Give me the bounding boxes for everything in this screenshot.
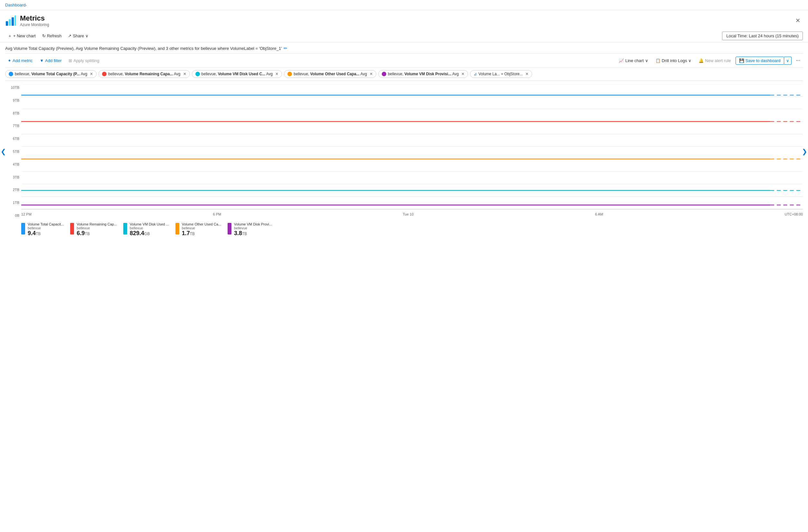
filter-pill: ⊿ Volume La... = ObjStore... ✕ bbox=[470, 70, 532, 78]
pill-3: bellevue, Volume VM Disk Used C... Avg ✕ bbox=[192, 70, 282, 78]
legend-text-2: Volume Remaining Cap... bellevue 6.9TB bbox=[77, 222, 117, 237]
pill-2-text: bellevue, Volume Remaining Capa... Avg bbox=[108, 72, 180, 76]
more-options-button[interactable]: ··· bbox=[793, 56, 803, 65]
y-axis: 10TB 9TB 8TB 7TB 6TB 5TB 4TB 3TB 2TB 1TB… bbox=[5, 84, 21, 219]
pill-1-close[interactable]: ✕ bbox=[89, 72, 93, 76]
pill-3-text: bellevue, Volume VM Disk Used C... Avg bbox=[202, 72, 273, 76]
chart-title-text: Avg Volume Total Capacity (Preview), Avg… bbox=[5, 46, 282, 51]
legend-unit-1: TB bbox=[36, 232, 40, 236]
refresh-label: Refresh bbox=[47, 34, 62, 38]
legend-sub-1: bellevue bbox=[28, 226, 64, 230]
legend-num-5: 3.8 bbox=[234, 230, 242, 236]
x-label-12pm: 12 PM bbox=[21, 212, 32, 216]
pill-5-text: bellevue, Volume VM Disk Provisi... Avg bbox=[388, 72, 459, 76]
new-chart-button[interactable]: ＋ + New chart bbox=[5, 32, 38, 40]
apply-splitting-label: Apply splitting bbox=[73, 58, 99, 63]
alert-icon: 🔔 bbox=[699, 58, 704, 63]
pill-4-close[interactable]: ✕ bbox=[369, 72, 373, 76]
legend-unit-5: TB bbox=[242, 232, 247, 236]
breadcrumb[interactable]: Dashboard bbox=[5, 3, 26, 7]
legend-text-1: Volume Total Capacit... bellevue 9.4TB bbox=[28, 222, 64, 237]
time-range-button[interactable]: Local Time: Last 24 hours (15 minutes) bbox=[722, 32, 803, 40]
share-label: Share bbox=[73, 34, 84, 38]
chart-nav-right-button[interactable]: ❯ bbox=[802, 148, 807, 155]
add-metric-label: Add metric bbox=[13, 58, 33, 63]
filter-pill-close[interactable]: ✕ bbox=[525, 72, 529, 76]
pill-2-close[interactable]: ✕ bbox=[182, 72, 186, 76]
refresh-button[interactable]: ↻ Refresh bbox=[40, 32, 65, 40]
drill-logs-button[interactable]: 📋 Drill into Logs ∨ bbox=[653, 57, 694, 64]
legend-value-4: 1.7TB bbox=[182, 230, 221, 237]
chart-legend: Volume Total Capacit... bellevue 9.4TB V… bbox=[5, 219, 803, 239]
legend-num-3: 829.4 bbox=[130, 230, 144, 236]
y-label-1tb: 1TB bbox=[5, 201, 21, 205]
drill-chevron-icon: ∨ bbox=[688, 58, 692, 63]
y-label-8tb: 8TB bbox=[5, 111, 21, 115]
legend-color-5 bbox=[227, 223, 232, 234]
line-chart-icon: 📈 bbox=[619, 58, 624, 63]
save-dashboard-button[interactable]: 💾 Save to dashboard bbox=[736, 57, 784, 65]
pill-5-close[interactable]: ✕ bbox=[460, 72, 464, 76]
drill-logs-label: Drill into Logs bbox=[662, 58, 687, 63]
legend-num-1: 9.4 bbox=[28, 230, 36, 236]
legend-color-1 bbox=[21, 223, 25, 234]
chart-title: Avg Volume Total Capacity (Preview), Avg… bbox=[5, 42, 803, 54]
new-alert-button[interactable]: 🔔 New alert rule bbox=[696, 57, 733, 64]
add-metric-icon: ✦ bbox=[8, 58, 11, 63]
y-label-3tb: 3TB bbox=[5, 175, 21, 179]
apply-splitting-button[interactable]: ⊞ Apply splitting bbox=[66, 57, 102, 64]
legend-name-2: Volume Remaining Cap... bbox=[77, 222, 117, 226]
x-axis: 12 PM 6 PM Tue 10 6 AM UTC+08:00 bbox=[21, 209, 803, 219]
header-title-group: Metrics Azure Monitoring bbox=[20, 14, 49, 27]
y-label-2tb: 2TB bbox=[5, 188, 21, 192]
plus-icon: ＋ bbox=[8, 33, 12, 39]
legend-sub-4: bellevue bbox=[182, 226, 221, 230]
legend-unit-2: TB bbox=[85, 232, 90, 236]
legend-item-5: Volume VM Disk Provi... bellevue 3.8TB bbox=[227, 222, 272, 237]
y-label-5tb: 5TB bbox=[5, 150, 21, 153]
save-chevron-button[interactable]: ∨ bbox=[784, 57, 792, 65]
chart-nav-left-button[interactable]: ❮ bbox=[1, 148, 6, 155]
pill-2: bellevue, Volume Remaining Capa... Avg ✕ bbox=[98, 70, 189, 78]
add-metric-button[interactable]: ✦ Add metric bbox=[5, 57, 35, 64]
metric-pills: bellevue, Volume Total Capacity (P... Av… bbox=[5, 68, 803, 81]
top-toolbar: ＋ + New chart ↻ Refresh ↗ Share ∨ Local … bbox=[0, 30, 808, 42]
x-label-utc: UTC+08:00 bbox=[785, 212, 803, 216]
y-label-9tb: 9TB bbox=[5, 98, 21, 102]
close-button[interactable]: ✕ bbox=[793, 16, 803, 25]
legend-sub-3: bellevue bbox=[130, 226, 169, 230]
svg-rect-1 bbox=[9, 19, 11, 26]
y-label-10tb: 10TB bbox=[5, 86, 21, 90]
drill-logs-icon: 📋 bbox=[656, 58, 661, 63]
y-label-7tb: 7TB bbox=[5, 124, 21, 128]
share-button[interactable]: ↗ Share ∨ bbox=[65, 32, 91, 40]
legend-name-5: Volume VM Disk Provi... bbox=[234, 222, 272, 226]
new-chart-label: + New chart bbox=[13, 34, 36, 38]
x-label-tue10: Tue 10 bbox=[403, 212, 414, 216]
legend-item-2: Volume Remaining Cap... bellevue 6.9TB bbox=[70, 222, 117, 237]
pill-3-icon bbox=[196, 72, 200, 76]
pill-3-close[interactable]: ✕ bbox=[274, 72, 278, 76]
refresh-icon: ↻ bbox=[42, 34, 46, 38]
save-dashboard-label: Save to dashboard bbox=[746, 58, 781, 63]
add-filter-button[interactable]: ▼ Add filter bbox=[37, 57, 64, 64]
filter-icon: ▼ bbox=[40, 58, 44, 63]
line-chart-button[interactable]: 📈 Line chart ∨ bbox=[616, 57, 650, 64]
pill-1: bellevue, Volume Total Capacity (P... Av… bbox=[5, 70, 96, 78]
y-label-4tb: 4TB bbox=[5, 163, 21, 166]
legend-name-4: Volume Other Used Ca... bbox=[182, 222, 221, 226]
save-icon: 💾 bbox=[739, 58, 744, 63]
legend-text-4: Volume Other Used Ca... bellevue 1.7TB bbox=[182, 222, 221, 237]
pill-2-icon bbox=[102, 72, 107, 76]
legend-sub-5: bellevue bbox=[234, 226, 272, 230]
chart-svg bbox=[21, 84, 803, 209]
page-header: Metrics Azure Monitoring ✕ bbox=[0, 10, 808, 30]
pill-4-text: bellevue, Volume Other Used Capa... Avg bbox=[294, 72, 367, 76]
share-chevron-icon: ∨ bbox=[85, 34, 89, 38]
right-controls: 📈 Line chart ∨ 📋 Drill into Logs ∨ 🔔 New… bbox=[616, 56, 803, 65]
svg-rect-2 bbox=[12, 17, 14, 26]
legend-value-5: 3.8TB bbox=[234, 230, 272, 237]
legend-unit-4: TB bbox=[190, 232, 195, 236]
edit-title-icon[interactable]: ✏ bbox=[283, 46, 288, 51]
y-label-6tb: 6TB bbox=[5, 137, 21, 140]
